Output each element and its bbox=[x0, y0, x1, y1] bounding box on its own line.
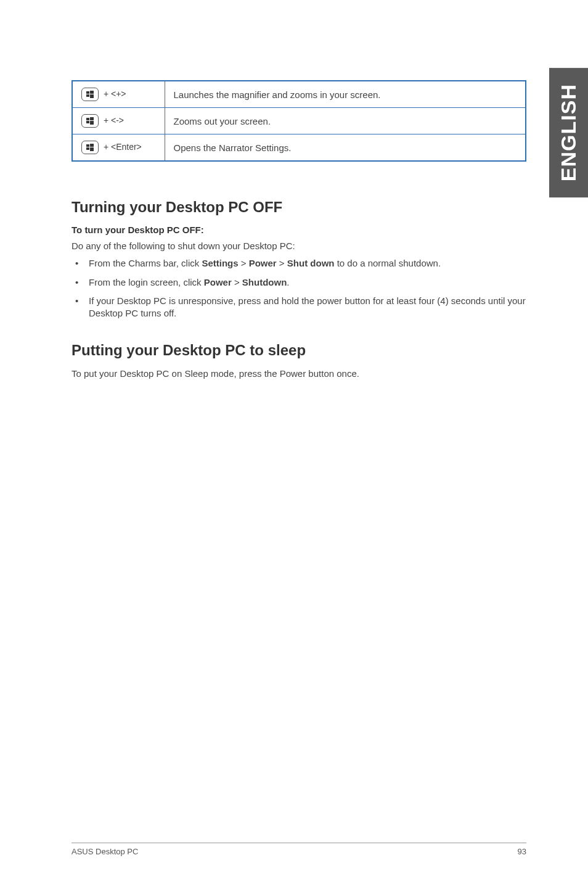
shortcut-key-cell: + <-> bbox=[72, 108, 165, 134]
footer-page-number: 93 bbox=[518, 847, 526, 856]
text: > bbox=[239, 258, 249, 268]
table-row: + <-> Zooms out your screen. bbox=[72, 108, 526, 134]
page-content: + <+> Launches the magnifier and zooms i… bbox=[0, 0, 588, 381]
shortcut-key-text: + <+> bbox=[101, 89, 126, 99]
language-side-tab: ENGLISH bbox=[549, 68, 588, 197]
section-intro-off: Do any of the following to shut down you… bbox=[71, 240, 526, 252]
bullet-list-off: From the Charms bar, click Settings > Po… bbox=[71, 257, 526, 320]
text: > bbox=[232, 277, 242, 287]
footer-left: ASUS Desktop PC bbox=[71, 847, 138, 856]
section-heading-sleep: Putting your Desktop PC to sleep bbox=[71, 342, 526, 359]
windows-key-icon bbox=[81, 114, 99, 128]
svg-rect-3 bbox=[90, 94, 94, 98]
text-bold: Power bbox=[249, 258, 277, 268]
svg-rect-0 bbox=[86, 91, 89, 94]
svg-rect-8 bbox=[86, 144, 89, 147]
shortcut-desc: Launches the magnifier and zooms in your… bbox=[165, 81, 526, 108]
text: . bbox=[287, 277, 289, 287]
shortcut-key-cell: + <Enter> bbox=[72, 134, 165, 162]
table-row: + <+> Launches the magnifier and zooms i… bbox=[72, 81, 526, 108]
svg-rect-7 bbox=[90, 121, 94, 125]
shortcut-key-text: + <Enter> bbox=[101, 142, 142, 152]
shortcut-key-text: + <-> bbox=[101, 115, 124, 125]
text-bold: Settings bbox=[202, 258, 238, 268]
text: From the Charms bar, click bbox=[89, 258, 202, 268]
section-subheading-off: To turn your Desktop PC OFF: bbox=[71, 225, 526, 235]
svg-rect-6 bbox=[86, 121, 89, 123]
svg-rect-4 bbox=[86, 118, 89, 120]
text-bold: Shut down bbox=[287, 258, 335, 268]
section-heading-off: Turning your Desktop PC OFF bbox=[71, 199, 526, 216]
list-item: If your Desktop PC is unresponsive, pres… bbox=[71, 295, 526, 320]
text-bold: Shutdown bbox=[242, 277, 287, 287]
svg-rect-5 bbox=[90, 117, 94, 120]
shortcut-desc: Zooms out your screen. bbox=[165, 108, 526, 134]
list-item: From the Charms bar, click Settings > Po… bbox=[71, 257, 526, 270]
windows-key-icon bbox=[81, 141, 99, 154]
text-bold: Power bbox=[204, 277, 232, 287]
page-footer: ASUS Desktop PC 93 bbox=[71, 843, 526, 856]
svg-rect-1 bbox=[90, 91, 94, 94]
text: > bbox=[277, 258, 287, 268]
shortcut-desc: Opens the Narrator Settings. bbox=[165, 134, 526, 162]
text: to do a normal shutdown. bbox=[334, 258, 441, 268]
svg-rect-9 bbox=[90, 144, 94, 147]
section-para-sleep: To put your Desktop PC on Sleep mode, pr… bbox=[71, 368, 526, 380]
table-row: + <Enter> Opens the Narrator Settings. bbox=[72, 134, 526, 162]
svg-rect-2 bbox=[86, 94, 89, 97]
text: From the login screen, click bbox=[89, 277, 204, 287]
list-item: From the login screen, click Power > Shu… bbox=[71, 276, 526, 289]
windows-key-icon bbox=[81, 88, 99, 101]
shortcut-key-cell: + <+> bbox=[72, 81, 165, 108]
svg-rect-11 bbox=[90, 147, 94, 151]
svg-rect-10 bbox=[86, 147, 89, 150]
shortcut-table: + <+> Launches the magnifier and zooms i… bbox=[71, 80, 526, 162]
